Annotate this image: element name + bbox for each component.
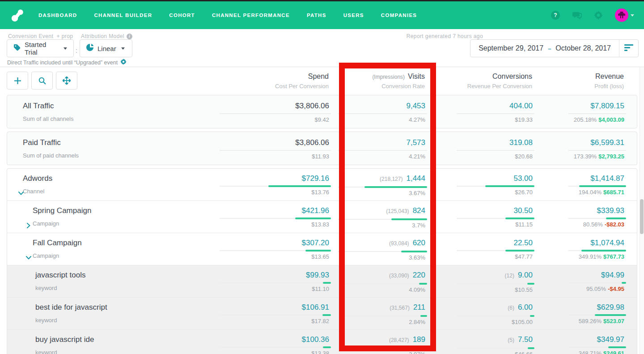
nav-item-dashboard[interactable]: DASHBOARD (38, 13, 77, 18)
spend-sub-value: $11.93 (195, 153, 329, 160)
nav-item-users[interactable]: USERS (343, 13, 364, 18)
row-title: Spring Campaign (33, 206, 195, 215)
cell-divider (457, 250, 534, 251)
row-subtitle: Campaign (33, 252, 195, 259)
revenue-value-link[interactable]: $1,074.94 (590, 239, 624, 247)
profit-value: $2,793.25 (598, 153, 624, 160)
attribution-logo[interactable] (10, 8, 25, 23)
row-subtitle: keyword (35, 285, 195, 291)
add-prop-link[interactable]: + prop (57, 33, 73, 39)
visits-value-link[interactable]: 7,573 (406, 138, 425, 147)
chevron-right-icon[interactable] (26, 222, 31, 227)
revenue-value-link[interactable]: $349.97 (597, 335, 624, 344)
visits-secondary-value: (125,043) (386, 208, 409, 214)
visits-secondary-value: (31,567) (390, 305, 410, 311)
date-separator: – (548, 45, 551, 52)
help-icon[interactable]: ? (551, 10, 560, 20)
row-name-cell: Spring CampaignCampaign (7, 206, 195, 229)
conversions-cell: (12)9.00$10.55 (425, 270, 533, 293)
revenue-sub-value: 95.05%-$4.95 (533, 286, 624, 292)
spend-value-link[interactable]: $106.91 (302, 303, 329, 311)
conversions-cell: 404.00$19.33 (425, 101, 533, 123)
nav-item-channel-performance[interactable]: CHANNEL PERFORMANCE (212, 13, 290, 18)
conversion-event-select[interactable]: Started Trial (7, 39, 74, 57)
conversions-value-link[interactable]: 7.50 (518, 335, 533, 344)
visits-mini-bar (420, 315, 427, 317)
revenue-value-link[interactable]: $339.93 (597, 206, 624, 215)
conversions-mini-bar (505, 218, 534, 219)
visits-value-link[interactable]: 211 (413, 303, 425, 311)
conversions-value-link[interactable]: 6.00 (518, 303, 533, 311)
row-name-cell: All TrafficSum of all channels (7, 101, 195, 123)
gear-icon[interactable] (120, 59, 127, 66)
nav-item-channel-builder[interactable]: CHANNEL BUILDER (94, 13, 152, 18)
revenue-cell: $349.97348.71%$249.61 (533, 335, 624, 354)
visits-value-link[interactable]: 824 (413, 206, 425, 215)
revenue-value-link[interactable]: $6,599.31 (590, 138, 624, 147)
visits-value-link[interactable]: 220 (413, 271, 425, 279)
chevron-down-icon[interactable] (18, 190, 24, 195)
spend-value-link[interactable]: $307.20 (302, 239, 329, 247)
spend-cell: $3,806.06$11.93 (195, 138, 329, 160)
attribution-model-select[interactable]: Linear (80, 39, 132, 57)
conversions-value-link[interactable]: 22.50 (513, 239, 533, 247)
spend-value-link[interactable]: $421.96 (302, 206, 329, 215)
add-channel-button[interactable] (7, 72, 28, 90)
table-card: All TrafficSum of all channels$3,806.06$… (7, 95, 637, 128)
date-filter-button[interactable] (619, 40, 638, 57)
conversions-value-link[interactable]: 9.00 (518, 271, 533, 279)
date-start: September 29, 2017 (479, 44, 543, 52)
column-header-visits: (Impressions)Visits Conversion Rate (329, 73, 425, 90)
cell-divider (457, 150, 534, 151)
date-range-picker[interactable]: September 29, 2017 – October 28, 2017 (470, 39, 639, 57)
conversions-mini-bar (530, 315, 534, 317)
revenue-cell: $339.9380.56%-$82.03 (533, 206, 624, 229)
report-generated-label: Report generated 7 hours ago (407, 33, 483, 39)
spend-value-link[interactable]: $99.93 (306, 271, 329, 279)
conversions-value-link[interactable]: 30.50 (513, 206, 533, 215)
move-button[interactable] (56, 72, 77, 90)
spend-value-link[interactable]: $729.16 (302, 174, 329, 183)
visits-value-link[interactable]: 620 (413, 239, 425, 247)
visits-value-link[interactable]: 189 (413, 335, 425, 344)
visits-value-link[interactable]: 9,453 (406, 102, 425, 110)
messages-icon[interactable] (572, 10, 582, 20)
filter-bar: Conversion Event + prop Attribution Mode… (0, 29, 644, 67)
chevron-down-icon (121, 47, 125, 50)
visits-secondary-value: (218,127) (380, 176, 402, 182)
spend-sub-value: $17.82 (195, 318, 329, 324)
conversions-value-link[interactable]: 319.08 (509, 138, 533, 147)
revenue-mini-bar (622, 282, 626, 284)
scrollbar-thumb[interactable] (640, 199, 644, 234)
visits-sub-value: 4.27% (329, 116, 425, 123)
search-button[interactable] (31, 72, 53, 90)
visits-cell: (218,127)1,4443.67% (329, 174, 425, 196)
revenue-value-link[interactable]: $94.99 (601, 271, 624, 279)
revenue-mini-bar (581, 250, 626, 252)
revenue-value-link[interactable]: $7,809.15 (590, 102, 624, 110)
conversions-value-link[interactable]: 53.00 (513, 174, 533, 183)
user-menu[interactable] (615, 9, 634, 22)
nav-items: DASHBOARDCHANNEL BUILDERCOHORTCHANNEL PE… (38, 13, 417, 18)
cell-divider (220, 113, 331, 114)
info-icon[interactable]: i (127, 34, 132, 39)
settings-icon[interactable] (593, 10, 603, 20)
revenue-value-link[interactable]: $1,414.87 (590, 174, 624, 183)
table-row: AdwordsChannel$729.16$13.76(218,127)1,44… (7, 169, 637, 200)
revenue-cell: $1,414.87194.04%$685.71 (533, 174, 624, 196)
spend-sub-value: $11.10 (195, 286, 329, 292)
visits-sub-value: 3.67% (329, 190, 425, 196)
visits-mini-bar (401, 251, 427, 252)
conversions-secondary-value: (6) (508, 305, 514, 311)
nav-item-paths[interactable]: PATHS (307, 13, 326, 18)
conversions-cell: 53.00$26.70 (425, 174, 533, 196)
nav-item-cohort[interactable]: COHORT (169, 13, 195, 18)
spend-value-link[interactable]: $100.36 (302, 335, 329, 344)
chevron-down-icon[interactable] (26, 254, 31, 260)
cell-divider (220, 186, 331, 187)
conversions-value-link[interactable]: 404.00 (509, 102, 533, 110)
visits-value-link[interactable]: 1,444 (406, 174, 425, 183)
revenue-sub-value: 194.04%$685.71 (533, 189, 624, 196)
revenue-value-link[interactable]: $629.98 (597, 303, 624, 311)
nav-item-companies[interactable]: COMPANIES (381, 13, 417, 18)
